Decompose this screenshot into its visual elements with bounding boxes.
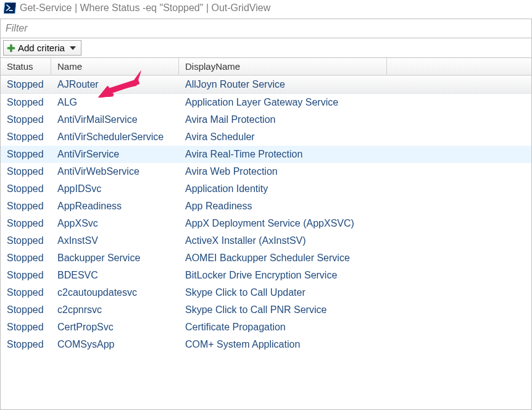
cell-spacer xyxy=(387,94,531,111)
window-title: Get-Service | Where Status -eq "Stopped"… xyxy=(20,2,270,14)
filter-input[interactable] xyxy=(1,19,531,38)
cell-name: AppReadiness xyxy=(51,198,179,215)
cell-displayname: BitLocker Drive Encryption Service xyxy=(179,267,387,284)
table-row[interactable]: StoppedAppXSvcAppX Deployment Service (A… xyxy=(1,215,531,232)
cell-status: Stopped xyxy=(1,215,51,232)
cell-displayname: Skype Click to Call Updater xyxy=(179,284,387,301)
cell-spacer xyxy=(387,163,531,180)
cell-name: ALG xyxy=(51,94,179,111)
column-header-name[interactable]: Name xyxy=(51,58,179,75)
table-row[interactable]: StoppedAntiVirSchedulerServiceAvira Sche… xyxy=(1,128,531,146)
cell-status: Stopped xyxy=(1,198,51,215)
powershell-icon xyxy=(4,2,16,14)
table-row[interactable]: StoppedALGApplication Layer Gateway Serv… xyxy=(1,94,531,111)
cell-status: Stopped xyxy=(1,128,51,146)
table-row[interactable]: Stoppedc2cautoupdatesvcSkype Click to Ca… xyxy=(1,284,531,301)
cell-spacer xyxy=(387,249,531,267)
cell-name: AppIDSvc xyxy=(51,180,179,198)
cell-name: AntiVirWebService xyxy=(51,163,179,180)
cell-spacer xyxy=(387,76,531,93)
cell-name: COMSysApp xyxy=(51,336,179,353)
cell-displayname: Application Layer Gateway Service xyxy=(179,94,387,111)
cell-spacer xyxy=(387,215,531,232)
cell-status: Stopped xyxy=(1,319,51,336)
cell-displayname: Avira Mail Protection xyxy=(179,111,387,128)
filter-bar xyxy=(0,19,532,38)
cell-displayname: Certificate Propagation xyxy=(179,319,387,336)
cell-status: Stopped xyxy=(1,111,51,128)
cell-status: Stopped xyxy=(1,301,51,319)
cell-spacer xyxy=(387,111,531,128)
cell-displayname: App Readiness xyxy=(179,198,387,215)
cell-name: AxInstSV xyxy=(51,232,179,249)
cell-displayname: Avira Scheduler xyxy=(179,128,387,146)
cell-displayname: Skype Click to Call PNR Service xyxy=(179,301,387,319)
cell-spacer xyxy=(387,146,531,163)
add-criteria-button[interactable]: Add criteria xyxy=(3,40,81,56)
criteria-bar: Add criteria xyxy=(0,38,532,57)
cell-status: Stopped xyxy=(1,232,51,249)
cell-name: AJRouter xyxy=(51,76,179,93)
cell-spacer xyxy=(387,284,531,301)
table-row[interactable]: StoppedCertPropSvcCertificate Propagatio… xyxy=(1,319,531,336)
table-row[interactable]: Stoppedc2cpnrsvcSkype Click to Call PNR … xyxy=(1,301,531,319)
cell-spacer xyxy=(387,232,531,249)
column-header-spacer xyxy=(387,58,531,75)
cell-status: Stopped xyxy=(1,94,51,111)
cell-spacer xyxy=(387,180,531,198)
table-row[interactable]: StoppedBDESVCBitLocker Drive Encryption … xyxy=(1,267,531,284)
cell-spacer xyxy=(387,336,531,353)
cell-name: AntiVirService xyxy=(51,146,179,163)
plus-icon xyxy=(7,44,15,52)
table-row[interactable]: StoppedAxInstSVActiveX Installer (AxInst… xyxy=(1,232,531,249)
table-row[interactable]: StoppedAntiVirServiceAvira Real-Time Pro… xyxy=(1,146,531,163)
cell-spacer xyxy=(387,128,531,146)
cell-displayname: Avira Real-Time Protection xyxy=(179,146,387,163)
cell-displayname: AOMEI Backupper Scheduler Service xyxy=(179,249,387,267)
cell-name: CertPropSvc xyxy=(51,319,179,336)
table-row[interactable]: StoppedAppReadinessApp Readiness xyxy=(1,198,531,215)
cell-status: Stopped xyxy=(1,180,51,198)
table-row[interactable]: StoppedCOMSysAppCOM+ System Application xyxy=(1,336,531,353)
out-gridview-window: Get-Service | Where Status -eq "Stopped"… xyxy=(0,0,532,410)
column-header-status[interactable]: Status xyxy=(1,58,51,75)
cell-status: Stopped xyxy=(1,249,51,267)
cell-displayname: Avira Web Protection xyxy=(179,163,387,180)
cell-name: Backupper Service xyxy=(51,249,179,267)
cell-displayname: ActiveX Installer (AxInstSV) xyxy=(179,232,387,249)
chevron-down-icon xyxy=(70,46,76,50)
svg-rect-2 xyxy=(7,47,15,49)
table-row[interactable]: StoppedAntiVirWebServiceAvira Web Protec… xyxy=(1,163,531,180)
cell-status: Stopped xyxy=(1,336,51,353)
cell-name: c2cautoupdatesvc xyxy=(51,284,179,301)
cell-status: Stopped xyxy=(1,76,51,93)
cell-name: AntiVirMailService xyxy=(51,111,179,128)
add-criteria-label: Add criteria xyxy=(18,43,65,53)
cell-spacer xyxy=(387,267,531,284)
table-row[interactable]: StoppedAJRouterAllJoyn Router Service xyxy=(1,75,531,94)
grid: Status Name DisplayName StoppedAJRouterA… xyxy=(0,57,532,410)
cell-name: BDESVC xyxy=(51,267,179,284)
cell-displayname: AppX Deployment Service (AppXSVC) xyxy=(179,215,387,232)
cell-name: AppXSvc xyxy=(51,215,179,232)
cell-name: c2cpnrsvc xyxy=(51,301,179,319)
titlebar: Get-Service | Where Status -eq "Stopped"… xyxy=(0,0,532,19)
table-row[interactable]: StoppedAntiVirMailServiceAvira Mail Prot… xyxy=(1,111,531,128)
cell-spacer xyxy=(387,319,531,336)
cell-status: Stopped xyxy=(1,146,51,163)
table-row[interactable]: StoppedBackupper ServiceAOMEI Backupper … xyxy=(1,249,531,267)
cell-name: AntiVirSchedulerService xyxy=(51,128,179,146)
table-row[interactable]: StoppedAppIDSvcApplication Identity xyxy=(1,180,531,198)
column-header-displayname[interactable]: DisplayName xyxy=(179,58,387,75)
cell-spacer xyxy=(387,198,531,215)
cell-spacer xyxy=(387,301,531,319)
cell-status: Stopped xyxy=(1,284,51,301)
cell-displayname: Application Identity xyxy=(179,180,387,198)
grid-body[interactable]: StoppedAJRouterAllJoyn Router ServiceSto… xyxy=(1,75,531,353)
grid-header-row: Status Name DisplayName xyxy=(1,58,531,75)
cell-displayname: AllJoyn Router Service xyxy=(179,76,387,93)
cell-status: Stopped xyxy=(1,267,51,284)
cell-displayname: COM+ System Application xyxy=(179,336,387,353)
cell-status: Stopped xyxy=(1,163,51,180)
